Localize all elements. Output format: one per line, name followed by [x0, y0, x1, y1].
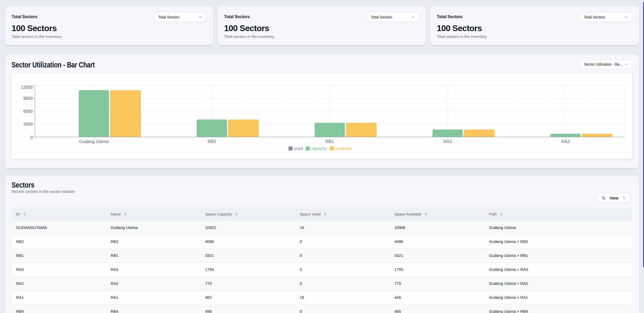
svg-text:RA2: RA2 — [561, 139, 570, 144]
svg-text:used: used — [294, 146, 303, 151]
svg-text:6000: 6000 — [23, 109, 33, 114]
svg-text:capacity: capacity — [311, 146, 327, 151]
svg-text:RB2: RB2 — [207, 139, 216, 144]
svg-text:RB1: RB1 — [326, 139, 334, 144]
svg-text:12000: 12000 — [21, 85, 33, 90]
svg-text:3000: 3000 — [23, 122, 33, 126]
svg-text:RA3: RA3 — [443, 139, 452, 144]
svg-text:Gudang Utama: Gudang Utama — [79, 139, 109, 144]
svg-text:0: 0 — [30, 135, 33, 140]
svg-text:available: available — [335, 146, 352, 151]
svg-text:9000: 9000 — [23, 96, 33, 101]
